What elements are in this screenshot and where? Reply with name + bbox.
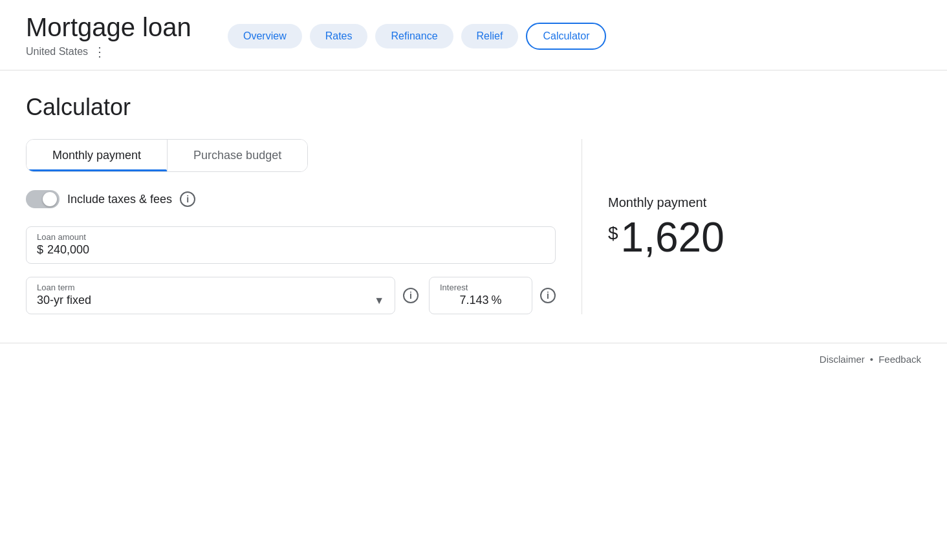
chevron-down-icon[interactable]: ▼ (374, 295, 384, 307)
loan-amount-field: Loan amount $ (26, 226, 556, 264)
result-currency: $ (608, 223, 618, 244)
loan-amount-value-row: $ (37, 243, 545, 257)
loan-amount-label: Loan amount (37, 232, 545, 242)
toggle-row: Include taxes & fees i (26, 190, 556, 208)
loan-term-select-wrapper: Loan term 30-yr fixed ▼ (26, 277, 395, 314)
tab-switcher: Monthly payment Purchase budget (26, 139, 308, 172)
loan-amount-group: Loan amount $ (26, 226, 556, 264)
tab-monthly-payment[interactable]: Monthly payment (27, 140, 167, 171)
loan-term-wrapper: Loan term 30-yr fixed ▼ i (26, 277, 419, 314)
loan-term-info-icon[interactable]: i (403, 288, 419, 303)
nav-tabs: Overview Rates Refinance Relief Calculat… (228, 23, 606, 50)
subtitle: United States (26, 46, 88, 58)
tab-rates[interactable]: Rates (310, 24, 368, 48)
interest-value: 7.143 (459, 294, 488, 307)
taxes-fees-toggle[interactable] (26, 190, 60, 208)
footer: Disclaimer • Feedback (0, 343, 947, 375)
more-icon[interactable]: ⋮ (93, 44, 107, 59)
interest-info-icon[interactable]: i (540, 288, 556, 303)
tab-purchase-budget[interactable]: Purchase budget (168, 140, 307, 171)
loan-amount-currency: $ (37, 243, 43, 257)
calc-left: Monthly payment Purchase budget Include … (26, 139, 582, 314)
title-block: Mortgage loan United States ⋮ (26, 13, 207, 59)
interest-value-row: 7.143 % (440, 294, 521, 307)
result-label: Monthly payment (608, 195, 789, 210)
tab-overview[interactable]: Overview (228, 24, 302, 48)
disclaimer-link[interactable]: Disclaimer (820, 354, 865, 365)
loan-amount-input[interactable] (47, 243, 545, 257)
section-title: Calculator (26, 94, 921, 121)
taxes-fees-info-icon[interactable]: i (180, 191, 195, 207)
calc-right: Monthly payment $ 1,620 (582, 139, 789, 314)
header: Mortgage loan United States ⋮ Overview R… (0, 0, 947, 70)
loan-term-label: Loan term (37, 283, 384, 292)
main-content: Calculator Monthly payment Purchase budg… (0, 70, 947, 330)
loan-term-value: 30-yr fixed (37, 294, 91, 307)
loan-term-select-row: 30-yr fixed ▼ (37, 294, 384, 307)
interest-group: Interest 7.143 % i (429, 277, 556, 314)
interest-label: Interest (440, 283, 521, 292)
interest-field: Interest 7.143 % (429, 277, 532, 314)
feedback-link[interactable]: Feedback (878, 354, 921, 365)
app-title: Mortgage loan (26, 13, 207, 41)
result-value: 1,620 (621, 217, 724, 258)
subtitle-row: United States ⋮ (26, 44, 207, 59)
tab-relief[interactable]: Relief (461, 24, 519, 48)
toggle-label: Include taxes & fees (67, 193, 172, 206)
interest-percent: % (492, 294, 502, 307)
inline-fields: Loan term 30-yr fixed ▼ i Interest 7.143… (26, 277, 556, 314)
tab-refinance[interactable]: Refinance (375, 24, 453, 48)
tab-calculator[interactable]: Calculator (526, 23, 606, 50)
footer-dot: • (870, 354, 873, 365)
calc-layout: Monthly payment Purchase budget Include … (26, 139, 921, 314)
result-value-row: $ 1,620 (608, 217, 789, 258)
